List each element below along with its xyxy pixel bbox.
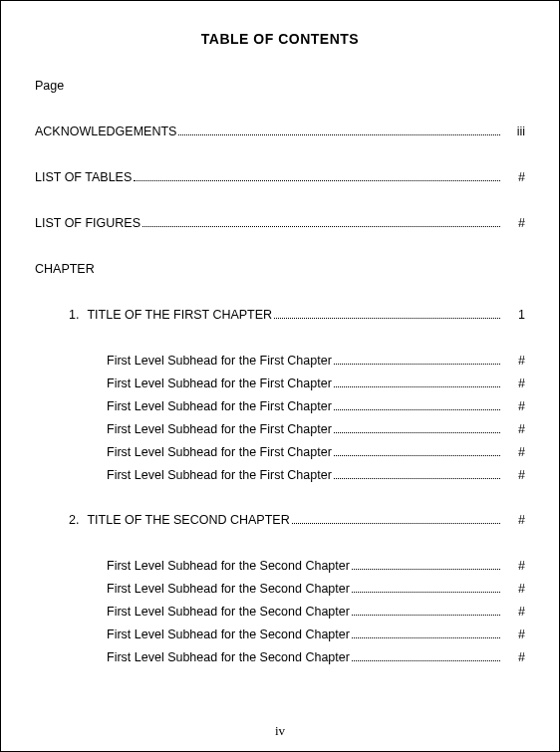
subhead-page: # (503, 650, 525, 664)
subhead-row: First Level Subhead for the Second Chapt… (35, 627, 525, 641)
toc-title: TABLE OF CONTENTS (35, 31, 525, 47)
front-label: ACKNOWLEDGEMENTS (35, 125, 176, 138)
subhead-label: First Level Subhead for the Second Chapt… (107, 559, 350, 573)
chapter-num: 2. (69, 513, 79, 527)
chapter-num: 1. (69, 308, 79, 322)
subhead-page: # (503, 399, 525, 413)
subhead-row: First Level Subhead for the Second Chapt… (35, 605, 525, 619)
front-page: iii (503, 125, 525, 138)
leader-dots (292, 515, 500, 524)
subhead-label: First Level Subhead for the Second Chapt… (107, 582, 350, 596)
chapter-page: # (503, 513, 525, 527)
subhead-page: # (503, 445, 525, 459)
leader-dots (352, 584, 500, 593)
front-row: LIST OF FIGURES # (35, 216, 525, 230)
leader-dots (334, 424, 500, 433)
subhead-row: First Level Subhead for the First Chapte… (35, 376, 525, 390)
leader-dots (334, 470, 500, 479)
chapter-row: 1. TITLE OF THE FIRST CHAPTER 1 (35, 308, 525, 322)
subhead-page: # (503, 468, 525, 482)
subhead-label: First Level Subhead for the First Chapte… (107, 468, 332, 482)
subhead-label: First Level Subhead for the First Chapte… (107, 399, 332, 413)
leader-dots (352, 607, 500, 616)
subhead-label: First Level Subhead for the First Chapte… (107, 354, 332, 368)
leader-dots (334, 401, 500, 410)
subhead-label: First Level Subhead for the Second Chapt… (107, 627, 350, 641)
subhead-page: # (503, 422, 525, 436)
subhead-row: First Level Subhead for the First Chapte… (35, 468, 525, 482)
subhead-label: First Level Subhead for the First Chapte… (107, 376, 332, 390)
front-row: LIST OF TABLES # (35, 170, 525, 184)
front-row: ACKNOWLEDGEMENTS iii (35, 125, 525, 138)
subhead-label: First Level Subhead for the Second Chapt… (107, 605, 350, 619)
subhead-page: # (503, 605, 525, 619)
subhead-row: First Level Subhead for the First Chapte… (35, 422, 525, 436)
subhead-row: First Level Subhead for the Second Chapt… (35, 559, 525, 573)
leader-dots (352, 652, 500, 661)
subhead-row: First Level Subhead for the Second Chapt… (35, 582, 525, 596)
subhead-label: First Level Subhead for the First Chapte… (107, 422, 332, 436)
subhead-label: First Level Subhead for the First Chapte… (107, 445, 332, 459)
leader-dots (178, 126, 500, 135)
front-label: LIST OF TABLES (35, 170, 132, 184)
leader-dots (352, 629, 500, 638)
leader-dots (334, 378, 500, 387)
front-page: # (503, 216, 525, 230)
subhead-page: # (503, 376, 525, 390)
subhead-label: First Level Subhead for the Second Chapt… (107, 650, 350, 664)
leader-dots (134, 172, 500, 181)
page-column-label: Page (35, 79, 525, 93)
subhead-page: # (503, 354, 525, 368)
subhead-page: # (503, 627, 525, 641)
chapter-title: TITLE OF THE SECOND CHAPTER (87, 513, 289, 527)
chapter-title: TITLE OF THE FIRST CHAPTER (87, 308, 272, 322)
page-number: iv (1, 723, 559, 739)
subhead-row: First Level Subhead for the First Chapte… (35, 399, 525, 413)
subhead-row: First Level Subhead for the First Chapte… (35, 445, 525, 459)
leader-dots (352, 561, 500, 570)
leader-dots (142, 218, 500, 227)
subhead-row: First Level Subhead for the First Chapte… (35, 354, 525, 368)
subhead-page: # (503, 582, 525, 596)
chapter-heading: CHAPTER (35, 262, 525, 276)
chapter-page: 1 (503, 308, 525, 322)
leader-dots (274, 310, 500, 319)
leader-dots (334, 356, 500, 365)
front-label: LIST OF FIGURES (35, 216, 140, 230)
subhead-row: First Level Subhead for the Second Chapt… (35, 650, 525, 664)
front-page: # (503, 170, 525, 184)
leader-dots (334, 447, 500, 456)
chapter-row: 2. TITLE OF THE SECOND CHAPTER # (35, 513, 525, 527)
subhead-page: # (503, 559, 525, 573)
